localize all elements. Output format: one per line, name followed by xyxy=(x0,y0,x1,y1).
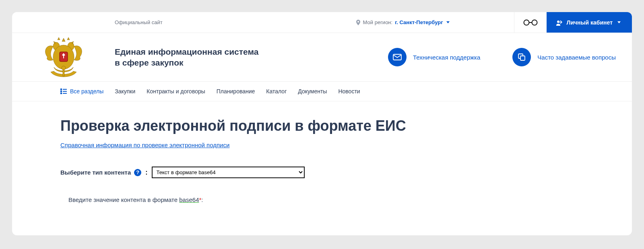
user-login-icon xyxy=(555,19,563,26)
content-type-select[interactable]: Текст в формате base64 xyxy=(152,167,305,178)
svg-rect-15 xyxy=(60,93,62,94)
nav-item-news[interactable]: Новости xyxy=(338,88,360,95)
nav-item-planning[interactable]: Планирование xyxy=(217,88,255,95)
nav-item-purchases[interactable]: Закупки xyxy=(115,88,135,95)
support-label: Техническая поддержка xyxy=(413,54,480,61)
svg-rect-11 xyxy=(60,88,62,90)
site-title: Единая информационная система в сфере за… xyxy=(115,46,258,68)
pin-icon xyxy=(356,20,361,25)
chevron-down-icon xyxy=(446,21,450,23)
faq-link[interactable]: Часто задаваемые вопросы xyxy=(512,48,616,66)
list-icon xyxy=(60,88,67,94)
svg-rect-10 xyxy=(520,56,525,60)
svg-point-1 xyxy=(532,20,537,25)
mail-icon xyxy=(388,48,407,66)
glasses-icon xyxy=(523,19,538,26)
chevron-down-icon xyxy=(617,21,621,23)
svg-rect-14 xyxy=(63,91,67,92)
svg-point-7 xyxy=(62,66,66,70)
support-link[interactable]: Техническая поддержка xyxy=(388,48,480,66)
nav-all-sections[interactable]: Все разделы xyxy=(60,88,103,95)
coat-of-arms-icon xyxy=(39,35,88,79)
page-title: Проверка электронной подписи в формате Е… xyxy=(60,117,584,134)
svg-rect-16 xyxy=(63,93,67,94)
help-icon[interactable]: ? xyxy=(134,169,141,176)
content-type-label: Выберите тип контента xyxy=(60,169,131,176)
copy-icon xyxy=(512,48,531,66)
cabinet-label: Личный кабинет xyxy=(567,19,613,26)
region-value: г. Санкт-Петербург xyxy=(395,19,443,25)
content-prompt: Введите значение контента в формате base… xyxy=(68,196,584,203)
emblem-logo xyxy=(12,35,115,79)
faq-label: Часто задаваемые вопросы xyxy=(537,54,616,61)
accessibility-button[interactable] xyxy=(514,12,547,33)
svg-point-0 xyxy=(524,20,529,25)
svg-rect-13 xyxy=(60,91,62,92)
cabinet-button[interactable]: Личный кабинет xyxy=(547,12,632,33)
nav-item-contracts[interactable]: Контракты и договоры xyxy=(147,88,205,95)
nav-item-documents[interactable]: Документы xyxy=(298,88,327,95)
region-selector[interactable]: Мой регион: г. Санкт-Петербург xyxy=(356,19,450,25)
help-link[interactable]: Справочная информация по проверке электр… xyxy=(60,142,229,148)
svg-rect-12 xyxy=(63,89,67,90)
main-nav: Все разделы Закупки Контракты и договоры… xyxy=(12,81,632,101)
region-label: Мой регион: xyxy=(363,19,393,25)
colon: : xyxy=(145,169,147,176)
nav-item-catalog[interactable]: Каталог xyxy=(266,88,287,95)
official-site-label: Официальный сайт xyxy=(115,19,163,25)
